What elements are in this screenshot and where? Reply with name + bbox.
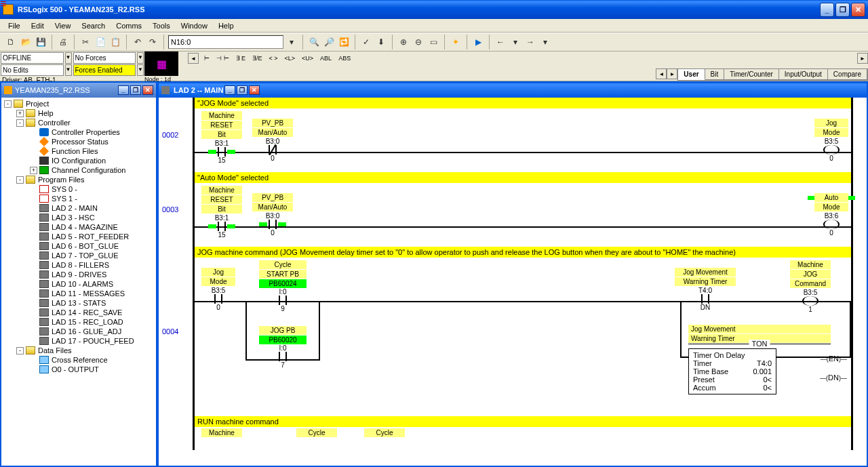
tree-item[interactable]: LAD 3 - HSC [3,213,155,222]
tree-toggle-icon[interactable]: + [30,167,37,174]
tree-item[interactable]: LAD 16 - GLUE_ADJ [3,327,155,336]
tree-toggle-icon[interactable]: - [16,119,24,127]
ladder-body[interactable]: 0002 "JOG Mode" selected Machine RESET B… [159,98,867,466]
menu-help[interactable]: Help [213,20,239,31]
back-drop-icon[interactable]: ▾ [509,35,522,49]
menu-tools[interactable]: Tools [147,20,176,31]
close-button[interactable]: ✕ [851,3,865,17]
status-online-drop[interactable]: ▼ [65,52,72,64]
instruction-xic[interactable]: JOG PB PB60020 I:0 7 [259,326,307,369]
tree-item[interactable]: LAD 11 - MESSAGES [3,289,155,298]
menu-file[interactable]: File [3,20,26,31]
rung-0003[interactable]: 0003 "Auto Mode" selected Machine RESET … [193,172,853,247]
tab-user[interactable]: User [678,69,705,80]
ladder-close-button[interactable]: ✕ [249,85,260,95]
address-input[interactable] [168,35,283,49]
tree-body[interactable]: -Project+Help-ControllerController Prope… [1,98,156,466]
instruction-xic[interactable]: Machine RESET Bit B3:1 15 [201,111,242,164]
tree-item[interactable]: O0 - OUTPUT [3,365,155,374]
instruction-xic[interactable]: Cycle START PB PB60024 I:0 9 [259,260,307,312]
replace-icon[interactable]: 🔁 [337,35,351,49]
instruction-ton[interactable]: Jog Movement Warning Timer TON Timer On … [688,325,831,394]
tree-maximize-button[interactable]: ❐ [130,85,141,95]
new-icon[interactable]: 🗋 [4,35,18,49]
tree-item[interactable]: -Data Files [3,346,155,355]
tree-item[interactable]: Function Files [3,146,155,156]
tree-item[interactable]: +Help [3,108,155,118]
tree-item[interactable]: +Channel Configuration [3,165,155,175]
tree-item[interactable]: LAD 6 - BOT_GLUE [3,241,155,251]
instr-ote[interactable]: < > [268,54,279,63]
find-icon[interactable]: 🔍 [307,35,321,49]
instruction-xio[interactable]: PV_PB Man/Auto B3:0 0 [252,119,293,162]
tab-timer[interactable]: Timer/Counter [724,69,779,80]
tree-item[interactable]: Controller Properties [3,127,155,137]
tree-item[interactable]: LAD 2 - MAIN [3,203,155,213]
rung-0004[interactable]: 0004 JOG machine command (JOG Movement d… [193,247,853,416]
run-icon[interactable]: ▶ [471,35,485,49]
menu-edit[interactable]: Edit [26,20,50,31]
ladder-maximize-button[interactable]: ❐ [237,85,248,95]
instruction-xic[interactable]: Jog Mode B3:5 0 [201,268,235,311]
instr-rung[interactable]: ⊢ [203,54,211,63]
tree-item[interactable]: LAD 4 - MAGAZINE [3,222,155,232]
tree-item[interactable]: LAD 7 - TOP_GLUE [3,251,155,260]
instr-abs[interactable]: ABS [337,54,352,63]
undo-icon[interactable]: ↶ [131,35,144,49]
instruction-xic[interactable]: Machine RESET Bit B3:1 15 [201,186,242,239]
tree-item[interactable]: LAD 14 - REC_SAVE [3,308,155,317]
tree-toggle-icon[interactable]: - [16,347,24,354]
rung-0002[interactable]: 0002 "JOG Mode" selected Machine RESET B… [193,98,853,172]
instr-otu[interactable]: <U> [300,54,315,63]
menu-search[interactable]: Search [76,20,111,31]
tree-item[interactable]: LAD 10 - ALARMS [3,279,155,289]
dropdown-icon[interactable]: ▾ [285,35,298,49]
tab-scroll-right[interactable]: ► [667,68,677,79]
instr-scroll-left[interactable]: ◄ [188,53,199,64]
tab-compare[interactable]: Compare [828,69,867,80]
tree-item[interactable]: LAD 5 - ROT_FEEDER [3,232,155,241]
cut-icon[interactable]: ✂ [79,35,92,49]
instr-branch[interactable]: ⊣ ⊢ [215,54,231,63]
tree-minimize-button[interactable]: _ [118,85,129,95]
instr-xio[interactable]: ∃/E [251,54,264,63]
tree-item[interactable]: -Controller [3,118,155,127]
menu-comms[interactable]: Comms [111,20,147,31]
forward-icon[interactable]: → [524,35,537,49]
forward-drop-icon[interactable]: ▾ [538,35,552,49]
instr-scroll-right[interactable]: ► [857,53,868,64]
status-forces-drop[interactable]: ▼ [137,52,144,64]
zoom-in-icon[interactable]: ⊕ [397,35,410,49]
instr-otl[interactable]: <L> [283,54,297,63]
tree-item[interactable]: -Project [3,99,155,108]
window-icon[interactable]: ▭ [427,35,440,49]
open-icon[interactable]: 📂 [19,35,33,49]
tree-item[interactable]: LAD 9 - DRIVES [3,270,155,279]
tree-item[interactable]: Cross Reference [3,355,155,365]
redo-icon[interactable]: ↷ [146,35,159,49]
status-edits-drop[interactable]: ▼ [65,64,72,76]
ladder-minimize-button[interactable]: _ [224,85,235,95]
tree-item[interactable]: SYS 1 - [3,194,155,203]
find-next-icon[interactable]: 🔎 [322,35,336,49]
minimize-button[interactable]: _ [820,3,834,17]
tree-toggle-icon[interactable]: - [4,100,12,108]
download-icon[interactable]: ⬇ [374,35,388,49]
tab-bit[interactable]: Bit [705,69,725,80]
tree-item[interactable]: -Program Files [3,175,155,184]
tree-toggle-icon[interactable]: - [16,176,24,184]
verify-icon[interactable]: ✓ [359,35,373,49]
tree-item[interactable]: IO Configuration [3,156,155,165]
instruction-ote[interactable]: Jog Mode B3:5 0 [814,119,848,162]
instr-abl[interactable]: ABL [319,54,333,63]
tree-item[interactable]: Processor Status [3,137,155,146]
zoom-out-icon[interactable]: ⊖ [412,35,425,49]
status-forces-enabled-drop[interactable]: ▼ [137,64,144,76]
tree-item[interactable]: LAD 8 - FILLERS [3,260,155,270]
tree-close-button[interactable]: ✕ [142,85,153,95]
menu-window[interactable]: Window [176,20,213,31]
instruction-ote[interactable]: Auto Mode B3:6 0 [814,193,848,237]
copy-icon[interactable]: 📄 [94,35,107,49]
tree-item[interactable]: LAD 17 - POUCH_FEED [3,336,155,346]
rung-partial[interactable]: RUN machine command Machine Cycle Cycle [193,416,853,450]
